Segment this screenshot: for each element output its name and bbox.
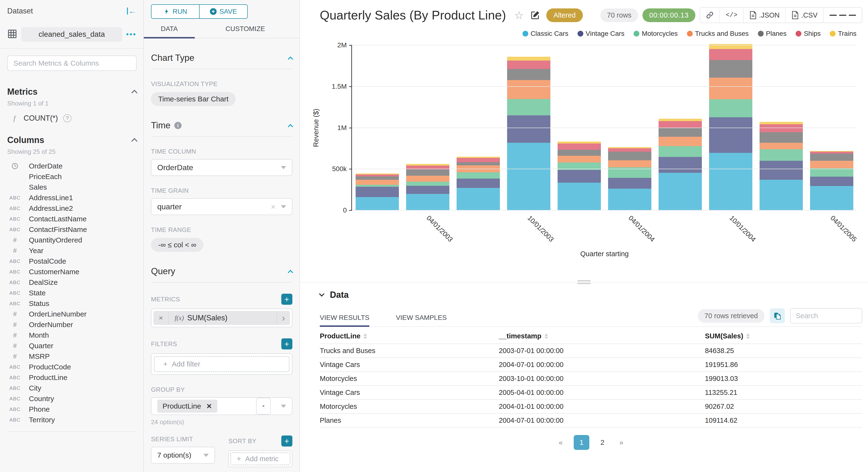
table-row[interactable]: Motorcycles2004-01-01 00:00:0090267.02: [320, 400, 862, 414]
column-item[interactable]: ABCAddressLine1: [7, 192, 136, 203]
table-row[interactable]: Trucks and Buses2003-07-01 00:00:0084638…: [320, 344, 862, 358]
remove-metric-icon[interactable]: ×: [153, 311, 169, 325]
bar-segment-vintage-cars[interactable]: [558, 170, 601, 183]
bar-segment-motorcycles[interactable]: [406, 182, 450, 186]
pane-resize-handle[interactable]: [577, 279, 591, 285]
metric-item[interactable]: f COUNT(*) ?: [7, 114, 136, 123]
column-item[interactable]: ABCCity: [7, 383, 136, 394]
viz-type-pill[interactable]: Time-series Bar Chart: [151, 92, 236, 106]
series-limit-select[interactable]: 7 option(s): [151, 447, 215, 464]
bar-segment-trucks-and-buses[interactable]: [558, 156, 601, 162]
legend-item[interactable]: Vintage Cars: [578, 30, 624, 37]
dataset-name[interactable]: cleaned_sales_data: [21, 27, 122, 41]
save-button[interactable]: + SAVE: [199, 5, 247, 18]
bar-segment-vintage-cars[interactable]: [810, 177, 854, 186]
time-grain-select[interactable]: quarter ×: [151, 198, 292, 215]
bar-segment-classic-cars[interactable]: [658, 173, 702, 210]
bar-segment-motorcycles[interactable]: [507, 99, 551, 115]
time-column-select[interactable]: OrderDate: [151, 159, 292, 176]
table-row[interactable]: Planes2004-07-01 00:00:00109114.62: [320, 414, 862, 428]
copy-data-button[interactable]: [770, 308, 785, 323]
collapse-section-icon[interactable]: [288, 270, 293, 275]
menu-icon[interactable]: [823, 8, 862, 23]
bar-segment-planes[interactable]: [810, 154, 854, 161]
table-row[interactable]: Motorcycles2003-10-01 00:00:00199013.03: [320, 372, 862, 386]
bar-segment-vintage-cars[interactable]: [355, 187, 399, 197]
column-item[interactable]: ABCProductCode: [7, 362, 136, 372]
column-header[interactable]: SUM(Sales): [705, 332, 862, 340]
stacked-bar[interactable]: [608, 147, 652, 210]
help-icon[interactable]: ?: [63, 114, 71, 122]
bar-segment-trains[interactable]: [457, 157, 500, 158]
column-item[interactable]: Sales: [7, 182, 136, 192]
remove-chip-icon[interactable]: ✕: [206, 402, 212, 410]
bar-segment-ships[interactable]: [507, 61, 551, 69]
column-item[interactable]: #OrderLineNumber: [7, 309, 136, 319]
collapse-section-icon[interactable]: [288, 57, 293, 62]
stacked-bar[interactable]: [760, 122, 803, 210]
bar-segment-planes[interactable]: [558, 150, 601, 156]
legend-item[interactable]: Motorcycles: [633, 30, 678, 37]
next-page-button[interactable]: »: [616, 436, 627, 449]
bar-segment-motorcycles[interactable]: [457, 172, 500, 179]
bar-segment-classic-cars[interactable]: [810, 186, 854, 210]
bar-segment-trains[interactable]: [658, 119, 702, 121]
bar-segment-trains[interactable]: [810, 151, 854, 152]
bar-segment-ships[interactable]: [760, 124, 803, 132]
expand-metric-icon[interactable]: ›: [277, 311, 290, 325]
bar-segment-trucks-and-buses[interactable]: [355, 180, 399, 185]
stacked-bar[interactable]: [810, 151, 854, 210]
prev-page-button[interactable]: «: [555, 436, 567, 449]
bar-segment-trains[interactable]: [760, 122, 803, 124]
bar-segment-classic-cars[interactable]: [709, 153, 752, 210]
column-item[interactable]: ABCContactFirstName: [7, 224, 136, 235]
bar-segment-planes[interactable]: [709, 60, 752, 78]
export-json-button[interactable]: .JSON: [743, 8, 785, 23]
bar-segment-trucks-and-buses[interactable]: [507, 80, 551, 99]
bar-segment-trucks-and-buses[interactable]: [709, 77, 752, 99]
group-by-chip[interactable]: ProductLine✕: [157, 400, 217, 413]
bar-segment-classic-cars[interactable]: [760, 180, 803, 210]
column-item[interactable]: ABCStatus: [7, 298, 136, 309]
bar-segment-ships[interactable]: [457, 158, 500, 162]
altered-badge[interactable]: Altered: [546, 8, 583, 22]
stacked-bar[interactable]: [406, 164, 450, 210]
bar-segment-trains[interactable]: [507, 57, 551, 60]
bar-segment-motorcycles[interactable]: [810, 168, 854, 177]
column-item[interactable]: ABCState: [7, 288, 136, 298]
stacked-bar[interactable]: [355, 174, 399, 210]
bar-segment-planes[interactable]: [608, 152, 652, 161]
bar-segment-trains[interactable]: [608, 147, 652, 148]
legend-item[interactable]: Planes: [758, 30, 787, 37]
collapse-metrics-icon[interactable]: [131, 90, 137, 96]
export-csv-button[interactable]: .CSV: [785, 8, 823, 23]
bar-segment-vintage-cars[interactable]: [457, 179, 500, 188]
bar-segment-trains[interactable]: [355, 174, 399, 174]
tab-customize[interactable]: CUSTOMIZE: [195, 25, 296, 38]
table-row[interactable]: Vintage Cars2005-04-01 00:00:00113255.21: [320, 386, 862, 400]
stacked-bar[interactable]: [558, 141, 601, 210]
stacked-bar[interactable]: [507, 57, 551, 210]
results-search-input[interactable]: [796, 312, 857, 320]
bar-segment-planes[interactable]: [658, 128, 702, 137]
metric-chip[interactable]: × f(x)SUM(Sales) ›: [153, 311, 290, 325]
add-filter-button[interactable]: +: [281, 338, 292, 349]
bar-segment-trucks-and-buses[interactable]: [760, 143, 803, 149]
bar-segment-classic-cars[interactable]: [558, 183, 601, 210]
bar-segment-trucks-and-buses[interactable]: [608, 160, 652, 167]
bar-segment-vintage-cars[interactable]: [608, 178, 652, 189]
clear-icon[interactable]: ×: [271, 202, 276, 212]
column-item[interactable]: ABCTerritory: [7, 415, 136, 425]
column-item[interactable]: #MSRP: [7, 351, 136, 362]
column-item[interactable]: #Quarter: [7, 341, 136, 351]
add-filter-dropzone[interactable]: +Add filter: [154, 356, 289, 372]
tab-view-results[interactable]: VIEW RESULTS: [320, 314, 369, 326]
bar-segment-trains[interactable]: [558, 141, 601, 144]
search-input[interactable]: [13, 59, 130, 67]
add-metric-button[interactable]: +: [281, 294, 292, 305]
bar-segment-ships[interactable]: [608, 148, 652, 152]
tab-view-samples[interactable]: VIEW SAMPLES: [396, 314, 447, 326]
stacked-bar[interactable]: [457, 157, 500, 210]
bar-segment-vintage-cars[interactable]: [507, 115, 551, 143]
column-item[interactable]: ABCCountry: [7, 394, 136, 404]
